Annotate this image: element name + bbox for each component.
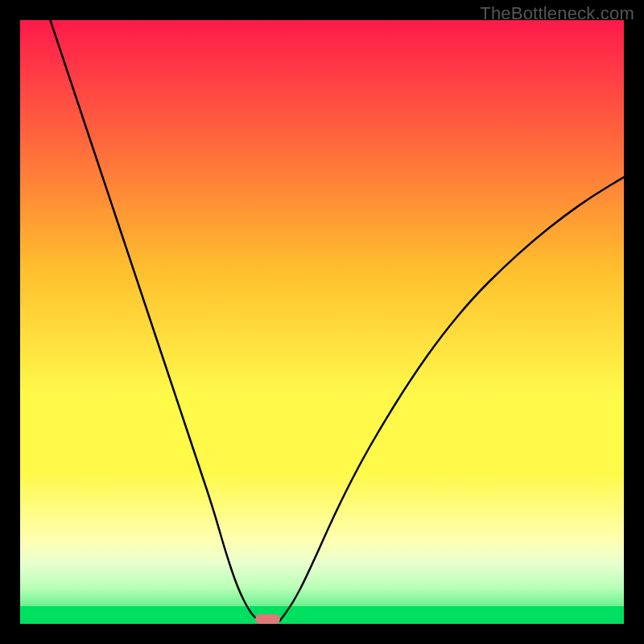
curve-right-branch: [280, 177, 625, 621]
trough-marker: [255, 614, 281, 624]
curve-left-branch: [51, 20, 259, 621]
chart-frame: TheBottleneck.com: [0, 0, 644, 644]
attribution-text: TheBottleneck.com: [480, 3, 634, 24]
plot-area: [20, 20, 624, 624]
curve-layer: [20, 20, 624, 624]
